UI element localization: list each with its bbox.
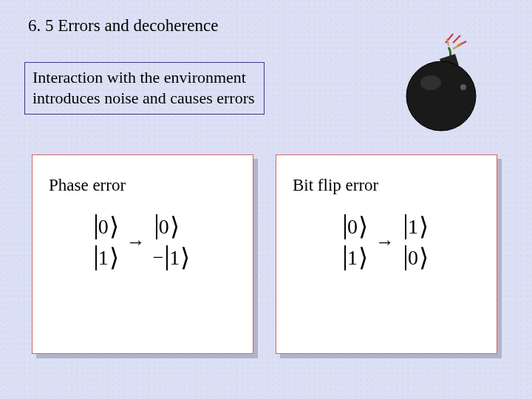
svg-point-8 — [420, 75, 441, 90]
svg-line-0 — [446, 34, 453, 43]
ket-0-out: 0⟩ — [153, 214, 191, 239]
phase-output-col: 0⟩ −1⟩ — [153, 214, 191, 270]
panels-row: Phase error 0⟩ 1⟩ → 0⟩ −1⟩ Bit flip erro… — [32, 154, 497, 354]
phase-error-panel: Phase error 0⟩ 1⟩ → 0⟩ −1⟩ — [32, 154, 253, 354]
arrow-icon: → — [375, 231, 395, 253]
bitflip-error-title: Bit flip error — [293, 176, 480, 195]
intro-line-1: Interaction with the environment — [33, 67, 255, 88]
bomb-icon — [395, 30, 499, 133]
slide-title: 6. 5 Errors and decoherence — [28, 16, 218, 35]
ket-1-out: −1⟩ — [153, 245, 191, 270]
svg-line-1 — [453, 35, 460, 43]
ket-0-in: 0⟩ — [95, 214, 119, 239]
arrow-icon: → — [126, 231, 146, 253]
phase-error-math: 0⟩ 1⟩ → 0⟩ −1⟩ — [49, 214, 236, 270]
ket-0-in: 0⟩ — [344, 214, 368, 239]
bitflip-error-math: 0⟩ 1⟩ → 1⟩ 0⟩ — [293, 214, 480, 270]
svg-point-9 — [460, 84, 466, 90]
phase-input-col: 0⟩ 1⟩ — [95, 214, 119, 270]
intro-box: Interaction with the environment introdu… — [24, 62, 265, 115]
panel-body: Phase error 0⟩ 1⟩ → 0⟩ −1⟩ — [32, 154, 253, 354]
ket-1-out: 0⟩ — [402, 245, 429, 270]
panel-body: Bit flip error 0⟩ 1⟩ → 1⟩ 0⟩ — [276, 154, 497, 354]
ket-1-in: 1⟩ — [344, 245, 368, 270]
phase-error-title: Phase error — [49, 176, 236, 195]
ket-1-in: 1⟩ — [95, 245, 119, 270]
bitflip-output-col: 1⟩ 0⟩ — [402, 214, 429, 270]
ket-0-out: 1⟩ — [402, 214, 429, 239]
intro-line-2: introduces noise and causes errors — [33, 88, 255, 109]
bitflip-input-col: 0⟩ 1⟩ — [344, 214, 368, 270]
bitflip-error-panel: Bit flip error 0⟩ 1⟩ → 1⟩ 0⟩ — [276, 154, 497, 354]
